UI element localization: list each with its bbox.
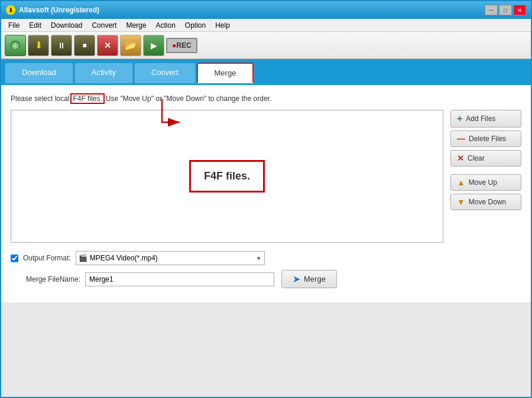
title-bar: ⬇ Allavsoft (Unregistered) ─ □ ✕ bbox=[1, 1, 531, 19]
output-format-checkbox-wrap[interactable] bbox=[11, 255, 18, 262]
clear-button[interactable]: ✕ Clear bbox=[450, 150, 521, 167]
file-list-area: F4F files. bbox=[11, 110, 443, 243]
tab-merge[interactable]: Merge bbox=[197, 63, 254, 83]
app-logo: ⬇ bbox=[6, 5, 15, 15]
format-value: MPEG4 Video(*.mp4) bbox=[90, 254, 256, 262]
move-up-icon: ▲ bbox=[457, 178, 465, 187]
toolbar-stop-button[interactable]: ■ bbox=[74, 35, 95, 56]
merge-filename-input[interactable] bbox=[85, 272, 274, 286]
toolbar-folder-button[interactable]: 📂 bbox=[120, 35, 141, 56]
instruction-text: Please select local F4F files. Use "Move… bbox=[11, 93, 521, 104]
instruction-suffix: Use "Move Up" or "Move Down" to change t… bbox=[106, 94, 272, 103]
move-up-button[interactable]: ▲ Move Up bbox=[450, 174, 521, 191]
instruction-highlight: F4F files. bbox=[70, 93, 104, 104]
menu-file[interactable]: File bbox=[4, 20, 24, 31]
side-buttons-panel: + Add Files — Delete Files ✕ Clear ▲ Mov… bbox=[450, 110, 521, 243]
menu-option[interactable]: Option bbox=[180, 20, 210, 31]
instruction-prefix: Please select local bbox=[11, 94, 69, 103]
format-icon: 🎬 bbox=[79, 254, 87, 262]
app-window: ⬇ Allavsoft (Unregistered) ─ □ ✕ File Ed… bbox=[0, 0, 532, 398]
toolbar: ⊕ ⬇ ⏸ ■ ✕ 📂 ▶ ●REC bbox=[1, 32, 531, 59]
merge-panel: Please select local F4F files. Use "Move… bbox=[1, 85, 531, 302]
delete-files-icon: — bbox=[457, 134, 465, 143]
delete-files-button[interactable]: — Delete Files bbox=[450, 131, 521, 147]
f4f-callout: F4F files. bbox=[189, 160, 265, 193]
menu-download[interactable]: Download bbox=[46, 20, 87, 31]
f4f-label: F4F files. bbox=[204, 170, 250, 182]
tab-download[interactable]: Download bbox=[5, 63, 73, 83]
maximize-button[interactable]: □ bbox=[499, 5, 512, 15]
output-format-label: Output Format: bbox=[23, 254, 71, 262]
menu-convert[interactable]: Convert bbox=[87, 20, 121, 31]
menu-help[interactable]: Help bbox=[210, 20, 235, 31]
tab-activity[interactable]: Activity bbox=[74, 63, 133, 83]
move-down-button[interactable]: ▼ Move Down bbox=[450, 194, 521, 210]
menu-edit[interactable]: Edit bbox=[24, 20, 46, 31]
content-area: F4F files. + bbox=[11, 110, 521, 243]
close-button[interactable]: ✕ bbox=[513, 5, 526, 15]
format-dropdown-arrow: ▼ bbox=[256, 255, 262, 262]
merge-button-label: Merge bbox=[304, 275, 326, 283]
svg-text:⊕: ⊕ bbox=[12, 41, 19, 50]
format-select[interactable]: 🎬 MPEG4 Video(*.mp4) ▼ bbox=[76, 251, 265, 265]
app-title: Allavsoft (Unregistered) bbox=[19, 6, 485, 14]
delete-files-label: Delete Files bbox=[469, 135, 506, 143]
tab-convert[interactable]: Convert bbox=[134, 63, 196, 83]
add-files-button[interactable]: + Add Files bbox=[450, 110, 521, 128]
merge-filename-row: Merge FileName: ➤ Merge bbox=[11, 270, 521, 288]
clear-icon: ✕ bbox=[457, 154, 464, 163]
add-files-icon: + bbox=[457, 113, 462, 124]
window-controls: ─ □ ✕ bbox=[485, 5, 526, 15]
menu-action[interactable]: Action bbox=[151, 20, 180, 31]
menu-merge[interactable]: Merge bbox=[121, 20, 151, 31]
tabs-bar: Download Activity Convert Merge bbox=[1, 59, 531, 83]
move-down-icon: ▼ bbox=[457, 197, 465, 207]
merge-filename-label: Merge FileName: bbox=[26, 275, 80, 283]
add-files-label: Add Files bbox=[466, 115, 495, 123]
clear-label: Clear bbox=[468, 154, 485, 162]
toolbar-play-button[interactable]: ▶ bbox=[143, 35, 164, 56]
move-down-label: Move Down bbox=[469, 198, 506, 206]
toolbar-record-button[interactable]: ●REC bbox=[166, 38, 197, 53]
menu-bar: File Edit Download Convert Merge Action … bbox=[1, 19, 531, 32]
toolbar-cancel-button[interactable]: ✕ bbox=[97, 35, 118, 56]
minimize-button[interactable]: ─ bbox=[485, 5, 498, 15]
merge-button-icon: ➤ bbox=[293, 273, 300, 285]
toolbar-download-button[interactable]: ⬇ bbox=[28, 35, 49, 56]
output-format-row: Output Format: 🎬 MPEG4 Video(*.mp4) ▼ bbox=[11, 251, 521, 265]
toolbar-pause-button[interactable]: ⏸ bbox=[51, 35, 72, 56]
output-format-checkbox[interactable] bbox=[11, 255, 18, 262]
merge-button[interactable]: ➤ Merge bbox=[281, 270, 337, 288]
toolbar-add-download-button[interactable]: ⊕ bbox=[5, 35, 26, 56]
move-up-label: Move Up bbox=[469, 178, 497, 187]
